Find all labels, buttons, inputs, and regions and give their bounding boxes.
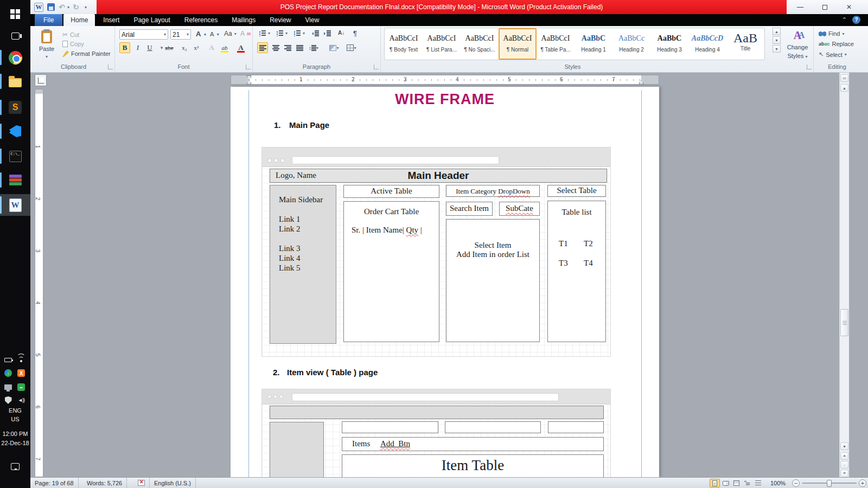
- zoom-slider-thumb[interactable]: [827, 480, 832, 487]
- grow-font-button[interactable]: A▲: [194, 29, 208, 38]
- collapse-ribbon-icon[interactable]: ⌃: [842, 16, 847, 23]
- display-icon[interactable]: [3, 383, 13, 391]
- align-right-button[interactable]: [282, 42, 293, 53]
- scroll-down-button[interactable]: ▼: [840, 442, 848, 450]
- font-color-button[interactable]: A: [235, 42, 246, 53]
- style-table-paragraph[interactable]: AaBbCcI ¶ Table Pa...: [537, 28, 575, 60]
- styles-dialog-launcher[interactable]: [807, 65, 812, 69]
- superscript-button[interactable]: x²: [191, 42, 202, 53]
- word-logo-icon[interactable]: W: [34, 2, 44, 12]
- increase-indent-button[interactable]: [322, 30, 333, 37]
- vertical-ruler[interactable]: 1 2 3 4 5 6 7: [35, 89, 43, 477]
- save-button[interactable]: [47, 2, 55, 12]
- clock-date[interactable]: 22-Dec-18: [0, 440, 30, 446]
- justify-button[interactable]: [294, 42, 305, 53]
- horizontal-ruler[interactable]: 1 2 3 4 5 6 7: [231, 75, 659, 85]
- sort-button[interactable]: A↓: [336, 29, 346, 36]
- numbering-button[interactable]: ▾: [275, 30, 289, 37]
- style-body-text[interactable]: AaBbCcI ¶ Body Text: [385, 28, 423, 60]
- shrink-font-button[interactable]: A▼: [208, 30, 221, 38]
- status-word-count[interactable]: Words: 5,726: [82, 478, 127, 488]
- gallery-more[interactable]: ▼: [773, 45, 781, 53]
- ruler-toggle-button[interactable]: ▭: [840, 74, 848, 82]
- bold-button[interactable]: B: [119, 42, 130, 53]
- language-indicator-line1[interactable]: ENG: [0, 407, 30, 414]
- view-full-screen-button[interactable]: [720, 479, 731, 487]
- help-icon[interactable]: ?: [852, 16, 860, 24]
- clipboard-dialog-launcher[interactable]: [108, 65, 113, 69]
- previous-page-button[interactable]: ⏶: [840, 452, 848, 460]
- style-heading-1[interactable]: AaBbC Heading 1: [575, 28, 612, 60]
- redo-button[interactable]: ↻: [72, 2, 80, 12]
- style-title[interactable]: AaB Title: [726, 28, 764, 60]
- cut-button[interactable]: ✂ Cut: [61, 30, 81, 39]
- clock-time[interactable]: 12:00 PM: [0, 431, 30, 437]
- underline-button[interactable]: U: [144, 42, 155, 53]
- select-button[interactable]: ↖ Select▾: [817, 50, 848, 59]
- tab-review[interactable]: Review: [263, 14, 298, 26]
- taskbar-item-terminal[interactable]: C:\_: [0, 146, 30, 166]
- tab-insert[interactable]: Insert: [96, 14, 126, 26]
- restore-button[interactable]: [816, 2, 833, 12]
- taskbar-item-word[interactable]: W: [0, 194, 30, 216]
- status-language[interactable]: English (U.S.): [150, 478, 196, 488]
- view-web-layout-button[interactable]: [731, 479, 742, 487]
- replace-button[interactable]: abac Replace: [817, 40, 856, 48]
- style-heading-3[interactable]: AaBbC Heading 3: [650, 28, 688, 60]
- paragraph-dialog-launcher[interactable]: [374, 65, 379, 69]
- zoom-level[interactable]: 100%: [770, 480, 786, 486]
- gallery-scroll-up[interactable]: ▲: [773, 28, 781, 35]
- subscript-button[interactable]: x₂: [179, 42, 190, 53]
- format-painter-button[interactable]: Format Painter: [61, 50, 112, 57]
- text-effects-button[interactable]: A: [206, 42, 217, 53]
- scroll-thumb[interactable]: [840, 309, 848, 336]
- next-page-button[interactable]: ⏷: [840, 470, 848, 477]
- find-button[interactable]: Find▾: [817, 30, 846, 37]
- tab-file[interactable]: File: [35, 14, 62, 26]
- font-family-select[interactable]: Arial▾: [119, 29, 168, 40]
- battery-icon[interactable]: [3, 356, 13, 364]
- font-dialog-launcher[interactable]: [246, 65, 251, 69]
- taskbar-item-winrar[interactable]: [0, 170, 30, 190]
- view-print-layout-button[interactable]: [710, 479, 720, 487]
- gallery-scroll-down[interactable]: ▼: [773, 36, 781, 44]
- bullets-button[interactable]: ▾: [257, 30, 272, 37]
- start-button[interactable]: [0, 4, 30, 24]
- tab-references[interactable]: References: [177, 14, 225, 26]
- status-page-count[interactable]: Page: 19 of 68: [30, 478, 79, 488]
- vertical-scrollbar[interactable]: ▭ ▲ ▼ ⏶ ◦ ⏷: [839, 73, 849, 477]
- undo-dropdown-icon[interactable]: ▾: [66, 2, 71, 12]
- minimize-button[interactable]: —: [792, 2, 808, 12]
- browse-object-button[interactable]: ◦: [840, 461, 848, 468]
- tab-view[interactable]: View: [298, 14, 327, 26]
- align-center-button[interactable]: [270, 42, 281, 53]
- zoom-in-button[interactable]: +: [859, 479, 866, 487]
- tab-mailings[interactable]: Mailings: [225, 14, 263, 26]
- tab-page-layout[interactable]: Page Layout: [126, 14, 177, 26]
- taskbar-item-vscode[interactable]: [0, 121, 30, 141]
- shading-button[interactable]: ▾: [329, 42, 340, 53]
- task-view-button[interactable]: [0, 26, 30, 46]
- show-formatting-marks-button[interactable]: ¶: [352, 29, 359, 38]
- taskbar-item-explorer[interactable]: [0, 72, 30, 91]
- style-list-paragraph[interactable]: AaBbCcI ¶ List Para...: [423, 28, 461, 60]
- document-page[interactable]: WIRE FRAME 1. Main Page Logo, Name Main …: [231, 87, 659, 477]
- change-styles-button[interactable]: A Change Styles ▾: [783, 28, 812, 60]
- clear-formatting-button[interactable]: A: [239, 29, 252, 38]
- qat-customize-icon[interactable]: ▾: [82, 2, 89, 12]
- action-center-button[interactable]: [0, 457, 30, 476]
- style-heading-2[interactable]: AaBbCc Heading 2: [612, 28, 650, 60]
- speaker-icon[interactable]: ◄)): [16, 396, 26, 404]
- highlight-button[interactable]: ab: [219, 42, 230, 53]
- decrease-indent-button[interactable]: [310, 30, 321, 37]
- defender-icon[interactable]: ▲: [3, 396, 13, 404]
- italic-button[interactable]: I: [132, 42, 143, 53]
- multilevel-list-button[interactable]: ▾: [292, 30, 307, 37]
- language-indicator-line2[interactable]: US: [0, 416, 30, 422]
- copy-button[interactable]: Copy: [61, 40, 86, 48]
- view-draft-button[interactable]: [753, 479, 763, 487]
- taskbar-item-chrome[interactable]: [0, 48, 30, 67]
- style-no-spacing[interactable]: AaBbCcI ¶ No Spaci...: [461, 28, 499, 60]
- line-spacing-button[interactable]: ↕ ▾: [308, 42, 319, 53]
- strikethrough-button[interactable]: abe: [164, 42, 175, 53]
